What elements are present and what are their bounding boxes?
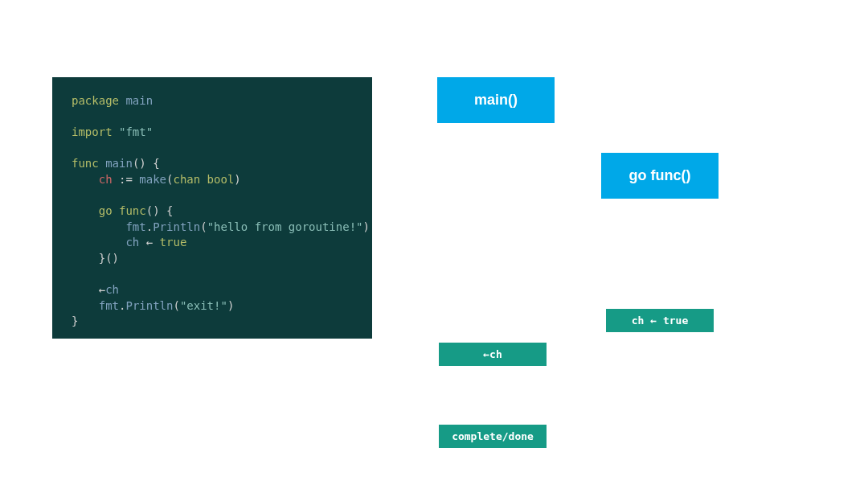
- func-println: Println: [153, 220, 200, 233]
- code-line-empty: [72, 267, 353, 283]
- indent: [72, 204, 99, 217]
- parens: (): [133, 157, 146, 170]
- diagram-chrecv-box: ←ch: [439, 343, 547, 366]
- code-line-1: package main: [72, 93, 353, 109]
- ident-ch: ch: [125, 236, 139, 249]
- code-line-9: fmt.Println("hello from goroutine!"): [72, 220, 353, 236]
- ident-ch: ch: [105, 283, 119, 296]
- keyword-package: package: [72, 94, 119, 107]
- space: [113, 204, 119, 217]
- brace-open: {: [146, 157, 160, 170]
- arrow: ←: [99, 283, 105, 296]
- string-hello: "hello from goroutine!": [207, 220, 363, 233]
- parens: (): [146, 204, 160, 217]
- paren-close: ): [363, 220, 370, 233]
- keyword-func: func: [119, 204, 146, 217]
- string-fmt: "fmt": [113, 125, 154, 138]
- code-line-8: go func() {: [72, 203, 353, 220]
- brace-open: {: [160, 204, 174, 217]
- indent: [72, 220, 125, 233]
- code-line-3: import "fmt": [72, 125, 353, 141]
- paren-open: (: [200, 220, 207, 233]
- indent: [72, 173, 99, 186]
- assign: :=: [113, 173, 140, 186]
- code-line-empty: [72, 109, 353, 125]
- diagram-main-box: main(): [437, 77, 555, 123]
- true-literal: true: [160, 236, 187, 249]
- paren-close: ): [234, 173, 240, 186]
- keyword-func: func: [72, 157, 99, 170]
- paren-open: (: [173, 299, 179, 312]
- paren-close: ): [227, 299, 234, 312]
- brace-close: }: [72, 314, 78, 327]
- code-line-5: func main() {: [72, 156, 353, 172]
- code-line-empty: [72, 188, 353, 204]
- keyword-chan: chan: [173, 173, 200, 186]
- keyword-import: import: [72, 125, 113, 138]
- code-line-14: fmt.Println("exit!"): [72, 298, 353, 314]
- arrow: ←: [139, 236, 159, 249]
- space: [200, 173, 207, 186]
- indent: [72, 236, 125, 249]
- ident-main: main: [119, 94, 153, 107]
- ident-fmt: fmt: [99, 299, 119, 312]
- keyword-bool: bool: [207, 173, 235, 186]
- diagram-gofunc-box: go func(): [601, 153, 719, 199]
- code-line-11: }(): [72, 251, 353, 267]
- code-line-15: }: [72, 314, 353, 330]
- code-line-13: ←ch: [72, 282, 353, 298]
- code-line-empty: [72, 141, 353, 157]
- dot: .: [146, 220, 153, 233]
- diagram-chtrue-box: ch ← true: [606, 309, 714, 332]
- indent: [72, 283, 99, 296]
- indent: [72, 299, 99, 312]
- code-line-10: ch ← true: [72, 235, 353, 251]
- ident-fmt: fmt: [125, 220, 145, 233]
- diagram-done-box: complete/done: [439, 425, 547, 448]
- ident-ch: ch: [99, 173, 113, 186]
- func-main: main: [99, 157, 133, 170]
- brace-close-call: }(): [99, 252, 119, 265]
- keyword-go: go: [99, 204, 113, 217]
- func-println: Println: [125, 299, 173, 312]
- code-block: package main import "fmt" func main() { …: [52, 77, 372, 339]
- indent: [72, 252, 99, 265]
- code-line-6: ch := make(chan bool): [72, 172, 353, 188]
- string-exit: "exit!": [180, 299, 227, 312]
- func-make: make: [139, 173, 166, 186]
